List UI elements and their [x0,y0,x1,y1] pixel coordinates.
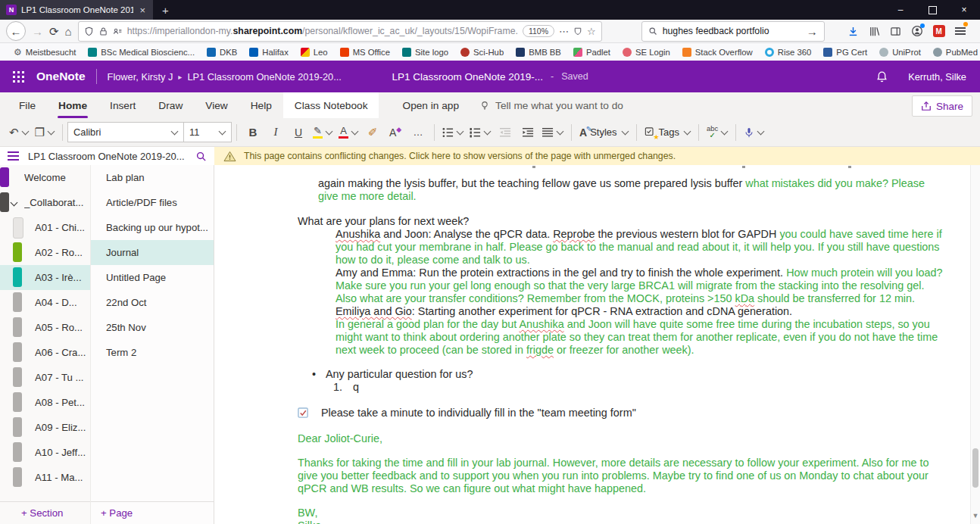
bookmark-item[interactable]: MS Office [334,48,396,57]
alignment-button[interactable] [539,122,566,143]
tab-open-in-app[interactable]: Open in app [391,92,470,118]
bookmark-item[interactable]: Halifax [243,48,295,57]
font-size-select[interactable]: 11 [183,122,232,142]
tab-view[interactable]: View [194,92,239,118]
new-tab-button[interactable]: + [153,0,178,20]
numbered-list-button[interactable] [467,122,494,143]
chevron-down-icon[interactable] [11,199,18,207]
sidebar-section-item[interactable]: A01 - Chi... [0,215,90,240]
search-input[interactable]: hughes feedback portfolio [663,26,801,36]
bookmark-item[interactable]: UniProt [873,48,927,57]
current-user[interactable]: Kerruth, Silke [908,71,966,83]
bookmark-item[interactable]: Rise 360 [759,48,818,57]
bookmark-item[interactable]: BMB BB [510,48,567,57]
sidebar-section-item[interactable]: A04 - D... [0,290,90,315]
scrollbar-down-arrow[interactable]: ▼ [971,510,980,522]
bookmark-item[interactable]: SE Login [616,48,676,57]
bookmark-item[interactable]: BSc Medical Bioscienc... [82,48,201,57]
pocket-icon[interactable] [573,27,582,36]
bookmark-item[interactable]: Padlet [567,48,616,57]
mendeley-extension-icon[interactable]: M [933,25,945,37]
minimize-button[interactable]: – [885,0,916,20]
tags-button[interactable]: ★Tags [641,122,694,143]
page-actions-icon[interactable]: ⋯ [559,26,569,37]
sidebar-section-item[interactable]: A11 - Ma... [0,465,90,490]
tab-file[interactable]: File [8,92,47,118]
bookmark-item[interactable]: ⚙Meistbesucht [8,47,82,58]
sidebar-page-item[interactable]: Untitled Page [91,265,214,290]
sidebar-section-item[interactable]: A06 - Cra... [0,340,90,365]
menu-icon[interactable] [955,25,966,37]
shield-icon[interactable] [84,27,94,36]
notebook-menu-icon[interactable] [8,149,19,163]
notebook-title[interactable]: LP1 Classroom OneNote 2019-20... [28,151,186,162]
tab-class-notebook[interactable]: Class Notebook [283,92,379,118]
maximize-button[interactable] [916,0,948,20]
downloads-icon[interactable] [847,26,859,37]
app-name[interactable]: OneNote [36,70,86,83]
sidebar-section-item[interactable]: _Collaborat... [0,190,90,215]
tab-insert[interactable]: Insert [98,92,147,118]
scrollbar-thumb[interactable] [972,448,978,488]
sidebar-page-item[interactable]: Backing up our hypot... [91,215,214,240]
font-color-button[interactable]: A [336,122,361,143]
clear-formatting-button[interactable]: A◆ [384,122,407,143]
tell-me-box[interactable]: Tell me what you want to do [470,92,632,118]
sidebar-section-item[interactable]: A08 - Pet... [0,390,90,415]
outdent-button[interactable] [494,122,517,143]
sidebar-section-item[interactable]: A02 - Ro... [0,240,90,265]
url-text[interactable]: https://imperiallondon-my.sharepoint.com… [127,26,518,36]
breadcrumb[interactable]: Flower, Kirsty J ▸ LP1 Classroom OneNote… [108,71,342,83]
browser-tab[interactable]: N LP1 Classroom OneNote 2019- × [0,0,153,20]
more-formatting-icon[interactable]: … [407,122,429,143]
back-button[interactable]: ← [6,21,26,41]
sidebar-page-item[interactable]: Lab plan [91,165,214,190]
underline-button[interactable]: U [287,122,310,143]
notifications-bell-icon[interactable] [875,70,888,83]
share-button[interactable]: Share [912,95,972,117]
sidebar-page-item[interactable]: 22nd Oct [91,290,214,315]
app-launcher-waffle-icon[interactable] [0,76,36,78]
spellcheck-button[interactable]: abc✓ [704,122,731,143]
italic-button[interactable]: I [264,122,287,143]
search-bar[interactable]: hughes feedback portfolio → [641,21,825,42]
highlighter-button[interactable]: ✎ [310,122,336,143]
sidebar-toggle-icon[interactable] [890,26,901,37]
sidebar-section-item[interactable]: Welcome [0,165,90,190]
font-family-select[interactable]: Calibri [67,122,184,142]
bookmark-star-icon[interactable]: ☆ [587,26,596,37]
bullet-list-button[interactable] [439,122,467,143]
bookmark-item[interactable]: Sci-Hub [454,48,510,57]
tab-home[interactable]: Home [47,92,98,118]
lock-icon[interactable] [98,27,108,36]
bold-button[interactable]: B [242,122,264,143]
document-title[interactable]: LP1 Classroom OneNote 2019-... - Saved [392,71,588,83]
sidebar-page-item[interactable]: Journal [91,240,214,265]
account-icon[interactable] [911,25,923,37]
conflict-warning-banner[interactable]: This page contains conflicting changes. … [214,147,980,165]
bookmark-item[interactable]: Stack Overflow [676,48,759,57]
content-scrollbar[interactable]: ▼ [970,165,980,524]
bookmark-item[interactable]: PG Cert [817,48,873,57]
todo-checkbox[interactable] [298,407,309,419]
undo-button[interactable]: ↶ [6,122,32,143]
tab-draw[interactable]: Draw [147,92,194,118]
reload-button[interactable]: ⟳ [49,26,59,37]
close-button[interactable]: × [948,0,980,20]
sidebar-section-item[interactable]: A05 - Ro... [0,315,90,340]
sidebar-page-item[interactable]: Term 2 [91,340,214,365]
paste-button[interactable]: ❐ [32,122,58,143]
styles-button[interactable]: A✎Styles [576,122,632,143]
sidebar-page-item[interactable]: 25th Nov [91,315,214,340]
home-button[interactable]: ⌂ [65,26,72,37]
add-section-button[interactable]: + Section [0,501,90,524]
sidebar-section-item[interactable]: A10 - Jeff... [0,440,90,465]
bookmark-item[interactable]: Leo [295,48,334,57]
indent-button[interactable] [517,122,539,143]
sidebar-section-item[interactable]: A09 - Eliz... [0,415,90,440]
zoom-level-badge[interactable]: 110% [523,25,554,37]
address-bar[interactable]: https://imperiallondon-my.sharepoint.com… [78,21,602,42]
dictate-button[interactable] [741,122,767,143]
permissions-icon[interactable] [113,27,123,36]
search-go-icon[interactable]: → [807,26,818,37]
